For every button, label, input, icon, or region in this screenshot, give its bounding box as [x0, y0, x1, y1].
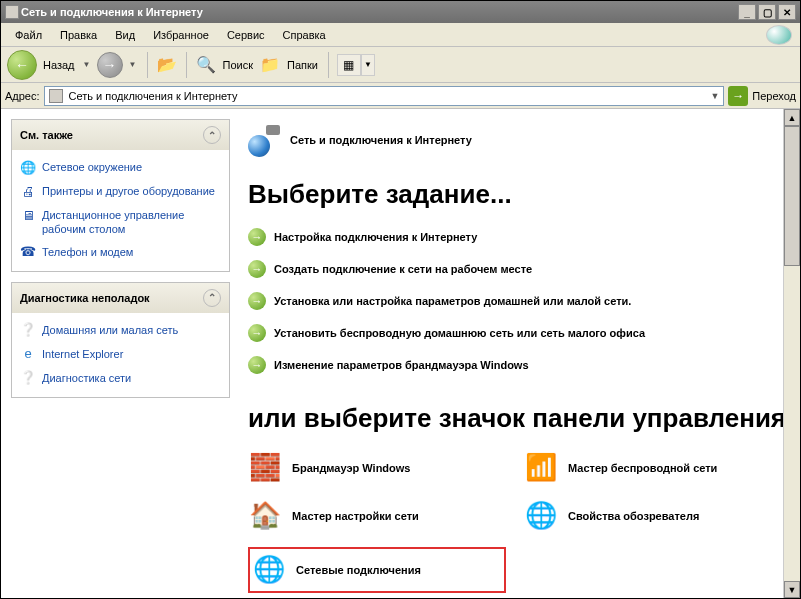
address-value: Сеть и подключения к Интернету [69, 90, 238, 102]
task-label: Установить беспроводную домашнюю сеть ил… [274, 327, 645, 339]
heading-pick-icon: или выберите значок панели управления [248, 404, 792, 433]
toolbar: ← Назад ▼ → ▼ 📂 🔍 Поиск 📁 Папки ▦ ▼ [1, 47, 800, 83]
divider [186, 52, 187, 78]
address-dropdown[interactable]: ▼ [710, 91, 719, 101]
folders-label: Папки [285, 59, 320, 71]
task-label: Установка или настройка параметров домаш… [274, 295, 631, 307]
task-label: Настройка подключения к Интернету [274, 231, 477, 243]
window-title: Сеть и подключения к Интернету [21, 6, 203, 18]
collapse-icon[interactable]: ⌃ [203, 126, 221, 144]
net-conn-icon: 🌐 [252, 553, 286, 587]
view-mode-button[interactable]: ▦ [337, 54, 361, 76]
breadcrumb: Сеть и подключения к Интернету [290, 134, 472, 146]
ie-icon: e [20, 347, 36, 363]
forward-button[interactable]: → [97, 52, 123, 78]
see-also-panel: См. также ⌃ 🌐Сетевое окружение 🖨Принтеры… [11, 119, 230, 272]
menu-favorites[interactable]: Избранное [145, 27, 217, 43]
arrow-icon: → [248, 324, 266, 342]
scroll-up-button[interactable]: ▲ [784, 109, 800, 126]
sidebar-item-label: Домашняя или малая сеть [42, 323, 178, 337]
menu-view[interactable]: Вид [107, 27, 143, 43]
view-mode-dropdown[interactable]: ▼ [361, 54, 375, 76]
diagnostics-panel: Диагностика неполадок ⌃ ❔Домашняя или ма… [11, 282, 230, 398]
address-input[interactable]: Сеть и подключения к Интернету ▼ [44, 86, 725, 106]
sidebar-item-label: Принтеры и другое оборудование [42, 184, 215, 198]
go-button[interactable]: → [728, 86, 748, 106]
arrow-icon: → [248, 292, 266, 310]
task-link[interactable]: →Установка или настройка параметров дома… [248, 292, 792, 310]
menu-bar: Файл Правка Вид Избранное Сервис Справка [1, 23, 800, 47]
cp-item-wireless-wizard[interactable]: 📶Мастер беспроводной сети [524, 451, 782, 485]
sidebar-item-label: Телефон и модем [42, 245, 133, 259]
cp-item-firewall[interactable]: 🧱Брандмауэр Windows [248, 451, 506, 485]
sidebar-item-net-diag[interactable]: ❔Диагностика сети [20, 367, 221, 391]
sidebar-item-label: Дистанционное управление рабочим столом [42, 208, 221, 237]
task-link[interactable]: →Установить беспроводную домашнюю сеть и… [248, 324, 792, 342]
cp-item-label: Сетевые подключения [296, 564, 421, 576]
arrow-icon: → [248, 260, 266, 278]
back-label: Назад [41, 59, 77, 71]
sidebar-item-label: Сетевое окружение [42, 160, 142, 174]
address-icon [49, 89, 63, 103]
heading-pick-task: Выберите задание... [248, 179, 792, 210]
task-link[interactable]: →Настройка подключения к Интернету [248, 228, 792, 246]
divider [328, 52, 329, 78]
forward-dropdown[interactable]: ▼ [127, 60, 139, 69]
sidebar-item-remote[interactable]: 🖥Дистанционное управление рабочим столом [20, 204, 221, 241]
sidebar-item-home-net[interactable]: ❔Домашняя или малая сеть [20, 319, 221, 343]
menu-help[interactable]: Справка [275, 27, 334, 43]
folders-icon[interactable]: 📁 [259, 54, 281, 76]
cp-item-network-wizard[interactable]: 🏠Мастер настройки сети [248, 499, 506, 533]
sidebar-item-ie[interactable]: eInternet Explorer [20, 343, 221, 367]
scroll-down-button[interactable]: ▼ [784, 581, 800, 598]
sidebar-item-network-places[interactable]: 🌐Сетевое окружение [20, 156, 221, 180]
see-also-header[interactable]: См. также ⌃ [12, 120, 229, 150]
sidebar-item-phone[interactable]: ☎Телефон и модем [20, 241, 221, 265]
cp-item-label: Свойства обозревателя [568, 510, 699, 522]
diagnostics-header[interactable]: Диагностика неполадок ⌃ [12, 283, 229, 313]
collapse-icon[interactable]: ⌃ [203, 289, 221, 307]
task-label: Создать подключение к сети на рабочем ме… [274, 263, 532, 275]
network-places-icon: 🌐 [20, 160, 36, 176]
sidebar-item-printers[interactable]: 🖨Принтеры и другое оборудование [20, 180, 221, 204]
task-link[interactable]: →Изменение параметров брандмауэра Window… [248, 356, 792, 374]
main-content: Сеть и подключения к Интернету Выберите … [240, 109, 800, 598]
home-net-icon: 🏠 [248, 499, 282, 533]
printer-icon: 🖨 [20, 184, 36, 200]
cp-item-network-connections[interactable]: 🌐Сетевые подключения [248, 547, 506, 593]
task-link[interactable]: →Создать подключение к сети на рабочем м… [248, 260, 792, 278]
cp-item-internet-options[interactable]: 🌐Свойства обозревателя [524, 499, 782, 533]
title-bar: Сеть и подключения к Интернету _ ▢ ✕ [1, 1, 800, 23]
arrow-icon: → [248, 228, 266, 246]
sidebar-item-label: Internet Explorer [42, 347, 123, 361]
address-bar: Адрес: Сеть и подключения к Интернету ▼ … [1, 83, 800, 109]
category-icon [248, 123, 282, 157]
scrollbar[interactable]: ▲ ▼ [783, 109, 800, 598]
maximize-button[interactable]: ▢ [758, 4, 776, 20]
brand-logo-icon [766, 25, 792, 45]
wireless-icon: 📶 [524, 451, 558, 485]
task-label: Изменение параметров брандмауэра Windows [274, 359, 529, 371]
see-also-title: См. также [20, 129, 73, 141]
firewall-icon: 🧱 [248, 451, 282, 485]
minimize-button[interactable]: _ [738, 4, 756, 20]
arrow-icon: → [248, 356, 266, 374]
cp-item-label: Мастер настройки сети [292, 510, 419, 522]
divider [147, 52, 148, 78]
up-folder-icon[interactable]: 📂 [156, 54, 178, 76]
go-label[interactable]: Переход [752, 90, 796, 102]
back-dropdown[interactable]: ▼ [81, 60, 93, 69]
back-button[interactable]: ← [7, 50, 37, 80]
diagnostics-title: Диагностика неполадок [20, 292, 150, 304]
search-icon[interactable]: 🔍 [195, 54, 217, 76]
scroll-thumb[interactable] [784, 126, 800, 266]
menu-edit[interactable]: Правка [52, 27, 105, 43]
menu-tools[interactable]: Сервис [219, 27, 273, 43]
remote-icon: 🖥 [20, 208, 36, 224]
close-button[interactable]: ✕ [778, 4, 796, 20]
phone-icon: ☎ [20, 245, 36, 261]
menu-file[interactable]: Файл [7, 27, 50, 43]
globe-icon: 🌐 [524, 499, 558, 533]
cp-item-label: Брандмауэр Windows [292, 462, 410, 474]
address-label: Адрес: [5, 90, 40, 102]
